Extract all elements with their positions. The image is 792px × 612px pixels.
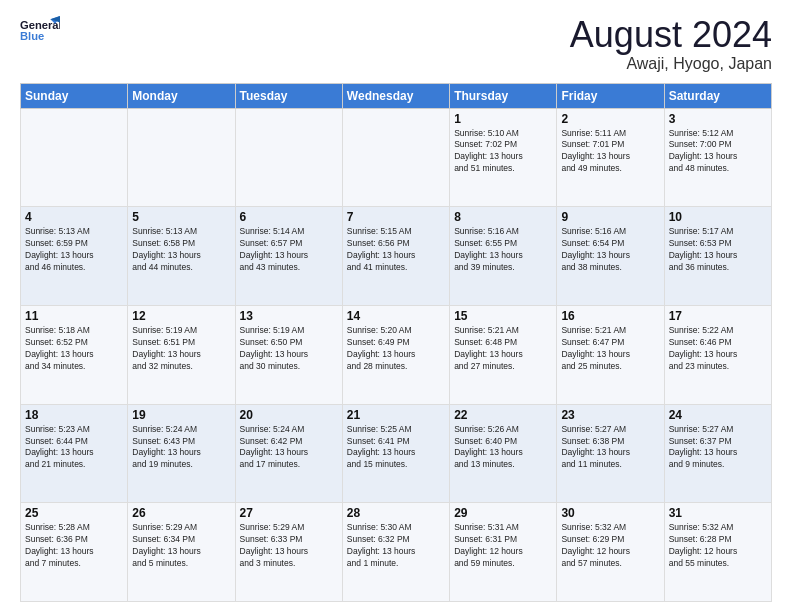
location-title: Awaji, Hyogo, Japan (570, 55, 772, 73)
day-info: Sunrise: 5:22 AMSunset: 6:46 PMDaylight:… (669, 325, 767, 373)
day-number: 6 (240, 210, 338, 224)
day-number: 9 (561, 210, 659, 224)
day-info: Sunrise: 5:28 AMSunset: 6:36 PMDaylight:… (25, 522, 123, 570)
day-cell: 10Sunrise: 5:17 AMSunset: 6:53 PMDayligh… (664, 207, 771, 306)
day-number: 13 (240, 309, 338, 323)
day-cell: 31Sunrise: 5:32 AMSunset: 6:28 PMDayligh… (664, 503, 771, 602)
day-cell: 12Sunrise: 5:19 AMSunset: 6:51 PMDayligh… (128, 305, 235, 404)
week-row-4: 18Sunrise: 5:23 AMSunset: 6:44 PMDayligh… (21, 404, 772, 503)
day-cell: 1Sunrise: 5:10 AMSunset: 7:02 PMDaylight… (450, 108, 557, 207)
header-row: SundayMondayTuesdayWednesdayThursdayFrid… (21, 83, 772, 108)
day-number: 26 (132, 506, 230, 520)
month-title: August 2024 (570, 15, 772, 55)
day-number: 12 (132, 309, 230, 323)
title-block: August 2024 Awaji, Hyogo, Japan (570, 15, 772, 73)
day-number: 20 (240, 408, 338, 422)
day-number: 27 (240, 506, 338, 520)
day-info: Sunrise: 5:23 AMSunset: 6:44 PMDaylight:… (25, 424, 123, 472)
col-header-saturday: Saturday (664, 83, 771, 108)
day-info: Sunrise: 5:12 AMSunset: 7:00 PMDaylight:… (669, 128, 767, 176)
header: General Blue August 2024 Awaji, Hyogo, J… (20, 15, 772, 73)
week-row-3: 11Sunrise: 5:18 AMSunset: 6:52 PMDayligh… (21, 305, 772, 404)
day-cell: 26Sunrise: 5:29 AMSunset: 6:34 PMDayligh… (128, 503, 235, 602)
day-cell: 30Sunrise: 5:32 AMSunset: 6:29 PMDayligh… (557, 503, 664, 602)
day-cell: 21Sunrise: 5:25 AMSunset: 6:41 PMDayligh… (342, 404, 449, 503)
day-cell: 29Sunrise: 5:31 AMSunset: 6:31 PMDayligh… (450, 503, 557, 602)
day-info: Sunrise: 5:27 AMSunset: 6:37 PMDaylight:… (669, 424, 767, 472)
week-row-1: 1Sunrise: 5:10 AMSunset: 7:02 PMDaylight… (21, 108, 772, 207)
day-number: 16 (561, 309, 659, 323)
day-cell: 19Sunrise: 5:24 AMSunset: 6:43 PMDayligh… (128, 404, 235, 503)
day-cell: 25Sunrise: 5:28 AMSunset: 6:36 PMDayligh… (21, 503, 128, 602)
day-number: 22 (454, 408, 552, 422)
day-info: Sunrise: 5:31 AMSunset: 6:31 PMDaylight:… (454, 522, 552, 570)
svg-text:Blue: Blue (20, 30, 44, 42)
day-number: 30 (561, 506, 659, 520)
day-info: Sunrise: 5:20 AMSunset: 6:49 PMDaylight:… (347, 325, 445, 373)
day-cell: 20Sunrise: 5:24 AMSunset: 6:42 PMDayligh… (235, 404, 342, 503)
day-info: Sunrise: 5:26 AMSunset: 6:40 PMDaylight:… (454, 424, 552, 472)
day-number: 25 (25, 506, 123, 520)
col-header-tuesday: Tuesday (235, 83, 342, 108)
day-cell (128, 108, 235, 207)
day-cell: 9Sunrise: 5:16 AMSunset: 6:54 PMDaylight… (557, 207, 664, 306)
day-cell: 18Sunrise: 5:23 AMSunset: 6:44 PMDayligh… (21, 404, 128, 503)
page: General Blue August 2024 Awaji, Hyogo, J… (0, 0, 792, 612)
logo-icon: General Blue (20, 15, 60, 45)
day-cell: 11Sunrise: 5:18 AMSunset: 6:52 PMDayligh… (21, 305, 128, 404)
day-number: 21 (347, 408, 445, 422)
day-info: Sunrise: 5:16 AMSunset: 6:54 PMDaylight:… (561, 226, 659, 274)
day-cell (21, 108, 128, 207)
day-info: Sunrise: 5:30 AMSunset: 6:32 PMDaylight:… (347, 522, 445, 570)
day-number: 18 (25, 408, 123, 422)
day-cell (342, 108, 449, 207)
day-cell: 16Sunrise: 5:21 AMSunset: 6:47 PMDayligh… (557, 305, 664, 404)
day-cell: 13Sunrise: 5:19 AMSunset: 6:50 PMDayligh… (235, 305, 342, 404)
day-info: Sunrise: 5:19 AMSunset: 6:50 PMDaylight:… (240, 325, 338, 373)
day-cell: 15Sunrise: 5:21 AMSunset: 6:48 PMDayligh… (450, 305, 557, 404)
logo: General Blue (20, 15, 60, 45)
day-number: 29 (454, 506, 552, 520)
day-cell (235, 108, 342, 207)
day-info: Sunrise: 5:11 AMSunset: 7:01 PMDaylight:… (561, 128, 659, 176)
day-number: 5 (132, 210, 230, 224)
day-cell: 28Sunrise: 5:30 AMSunset: 6:32 PMDayligh… (342, 503, 449, 602)
day-cell: 22Sunrise: 5:26 AMSunset: 6:40 PMDayligh… (450, 404, 557, 503)
day-number: 1 (454, 112, 552, 126)
day-number: 19 (132, 408, 230, 422)
day-cell: 14Sunrise: 5:20 AMSunset: 6:49 PMDayligh… (342, 305, 449, 404)
day-info: Sunrise: 5:24 AMSunset: 6:42 PMDaylight:… (240, 424, 338, 472)
day-cell: 27Sunrise: 5:29 AMSunset: 6:33 PMDayligh… (235, 503, 342, 602)
day-info: Sunrise: 5:15 AMSunset: 6:56 PMDaylight:… (347, 226, 445, 274)
col-header-sunday: Sunday (21, 83, 128, 108)
day-cell: 7Sunrise: 5:15 AMSunset: 6:56 PMDaylight… (342, 207, 449, 306)
col-header-wednesday: Wednesday (342, 83, 449, 108)
day-info: Sunrise: 5:29 AMSunset: 6:34 PMDaylight:… (132, 522, 230, 570)
day-info: Sunrise: 5:24 AMSunset: 6:43 PMDaylight:… (132, 424, 230, 472)
day-cell: 6Sunrise: 5:14 AMSunset: 6:57 PMDaylight… (235, 207, 342, 306)
week-row-2: 4Sunrise: 5:13 AMSunset: 6:59 PMDaylight… (21, 207, 772, 306)
calendar-table: SundayMondayTuesdayWednesdayThursdayFrid… (20, 83, 772, 602)
week-row-5: 25Sunrise: 5:28 AMSunset: 6:36 PMDayligh… (21, 503, 772, 602)
day-info: Sunrise: 5:13 AMSunset: 6:59 PMDaylight:… (25, 226, 123, 274)
day-number: 24 (669, 408, 767, 422)
day-info: Sunrise: 5:19 AMSunset: 6:51 PMDaylight:… (132, 325, 230, 373)
day-number: 4 (25, 210, 123, 224)
day-cell: 4Sunrise: 5:13 AMSunset: 6:59 PMDaylight… (21, 207, 128, 306)
day-info: Sunrise: 5:29 AMSunset: 6:33 PMDaylight:… (240, 522, 338, 570)
day-info: Sunrise: 5:13 AMSunset: 6:58 PMDaylight:… (132, 226, 230, 274)
col-header-monday: Monday (128, 83, 235, 108)
day-number: 14 (347, 309, 445, 323)
day-cell: 8Sunrise: 5:16 AMSunset: 6:55 PMDaylight… (450, 207, 557, 306)
day-cell: 5Sunrise: 5:13 AMSunset: 6:58 PMDaylight… (128, 207, 235, 306)
day-info: Sunrise: 5:32 AMSunset: 6:28 PMDaylight:… (669, 522, 767, 570)
day-number: 8 (454, 210, 552, 224)
day-number: 31 (669, 506, 767, 520)
day-cell: 2Sunrise: 5:11 AMSunset: 7:01 PMDaylight… (557, 108, 664, 207)
day-info: Sunrise: 5:10 AMSunset: 7:02 PMDaylight:… (454, 128, 552, 176)
day-cell: 24Sunrise: 5:27 AMSunset: 6:37 PMDayligh… (664, 404, 771, 503)
day-number: 11 (25, 309, 123, 323)
col-header-friday: Friday (557, 83, 664, 108)
day-number: 7 (347, 210, 445, 224)
day-info: Sunrise: 5:18 AMSunset: 6:52 PMDaylight:… (25, 325, 123, 373)
